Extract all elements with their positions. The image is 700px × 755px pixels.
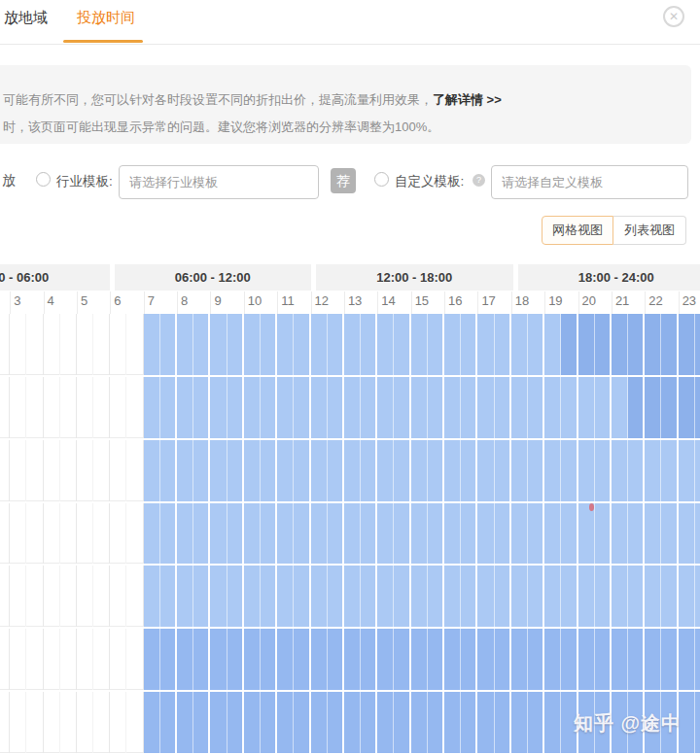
time-cell[interactable] xyxy=(528,692,544,753)
time-cell[interactable] xyxy=(695,314,700,375)
time-cell[interactable] xyxy=(561,566,578,627)
time-cell[interactable] xyxy=(679,377,695,438)
time-cell[interactable] xyxy=(0,692,10,753)
time-cell[interactable] xyxy=(10,566,26,627)
time-cell[interactable] xyxy=(361,566,377,627)
time-cell[interactable] xyxy=(612,377,628,438)
time-cell[interactable] xyxy=(44,503,60,565)
time-cell[interactable] xyxy=(261,566,277,627)
time-cell[interactable] xyxy=(411,566,428,627)
time-cell[interactable] xyxy=(110,692,126,753)
time-cell[interactable] xyxy=(461,314,477,375)
time-cell[interactable] xyxy=(177,629,193,690)
time-cell[interactable] xyxy=(661,503,678,565)
time-cell[interactable] xyxy=(628,629,645,690)
time-cell[interactable] xyxy=(661,314,678,375)
time-cell[interactable] xyxy=(679,440,695,501)
time-cell[interactable] xyxy=(228,314,244,375)
time-cell[interactable] xyxy=(461,503,477,565)
time-cell[interactable] xyxy=(377,566,394,627)
time-cell[interactable] xyxy=(394,440,410,501)
time-cell[interactable] xyxy=(661,377,678,438)
time-cell[interactable] xyxy=(126,692,143,753)
time-cell[interactable] xyxy=(361,314,377,375)
time-cell[interactable] xyxy=(394,314,410,375)
time-cell[interactable] xyxy=(44,692,60,753)
time-cell[interactable] xyxy=(377,503,394,565)
time-cell[interactable] xyxy=(645,314,661,375)
time-cell[interactable] xyxy=(126,314,143,375)
time-cell[interactable] xyxy=(495,629,511,690)
time-cell[interactable] xyxy=(294,566,310,627)
time-cell[interactable] xyxy=(561,503,578,565)
time-cell[interactable] xyxy=(10,503,26,565)
time-cell[interactable] xyxy=(328,692,344,753)
time-cell[interactable] xyxy=(177,692,193,753)
time-cell[interactable] xyxy=(0,440,10,501)
time-cell[interactable] xyxy=(544,377,561,438)
time-cell[interactable] xyxy=(361,377,377,438)
time-cell[interactable] xyxy=(177,566,193,627)
time-cell[interactable] xyxy=(144,377,160,438)
time-cell[interactable] xyxy=(394,566,410,627)
time-cell[interactable] xyxy=(528,566,544,627)
grid-view-button[interactable]: 网格视图 xyxy=(542,216,613,245)
time-cell[interactable] xyxy=(0,629,10,690)
time-cell[interactable] xyxy=(244,314,261,375)
time-cell[interactable] xyxy=(44,566,60,627)
time-cell[interactable] xyxy=(578,629,595,690)
time-cell[interactable] xyxy=(193,692,210,753)
tab-delivery-region[interactable]: 放地域 xyxy=(4,9,48,27)
time-cell[interactable] xyxy=(612,440,628,501)
time-cell[interactable] xyxy=(595,377,612,438)
list-view-button[interactable]: 列表视图 xyxy=(613,216,686,245)
time-cell[interactable] xyxy=(511,314,528,375)
time-cell[interactable] xyxy=(60,503,77,565)
time-cell[interactable] xyxy=(311,314,328,375)
time-cell[interactable] xyxy=(277,377,294,438)
time-cell[interactable] xyxy=(26,503,43,565)
time-cell[interactable] xyxy=(93,503,110,565)
time-cell[interactable] xyxy=(695,629,700,690)
time-cell[interactable] xyxy=(578,377,595,438)
time-cell[interactable] xyxy=(244,566,261,627)
time-cell[interactable] xyxy=(244,440,261,501)
time-cell[interactable] xyxy=(228,440,244,501)
industry-template-radio[interactable] xyxy=(36,172,51,187)
time-cell[interactable] xyxy=(361,503,377,565)
time-cell[interactable] xyxy=(210,314,227,375)
time-cell[interactable] xyxy=(193,377,210,438)
time-cell[interactable] xyxy=(126,440,143,501)
time-cell[interactable] xyxy=(528,629,544,690)
time-cell[interactable] xyxy=(277,503,294,565)
time-cell[interactable] xyxy=(377,377,394,438)
time-cell[interactable] xyxy=(0,503,10,565)
time-cell[interactable] xyxy=(0,566,10,627)
time-cell[interactable] xyxy=(344,377,361,438)
time-cell[interactable] xyxy=(461,377,477,438)
close-icon[interactable]: ✕ xyxy=(663,6,684,27)
time-cell[interactable] xyxy=(344,503,361,565)
time-cell[interactable] xyxy=(428,629,444,690)
time-cell[interactable] xyxy=(110,566,126,627)
time-cell[interactable] xyxy=(377,440,394,501)
time-cell[interactable] xyxy=(394,503,410,565)
time-cell[interactable] xyxy=(311,503,328,565)
time-cell[interactable] xyxy=(144,314,160,375)
time-cell[interactable] xyxy=(294,377,310,438)
time-cell[interactable] xyxy=(193,314,210,375)
time-cell[interactable] xyxy=(495,566,511,627)
time-cell[interactable] xyxy=(528,314,544,375)
time-cell[interactable] xyxy=(528,440,544,501)
time-cell[interactable] xyxy=(93,440,110,501)
time-cell[interactable] xyxy=(661,629,678,690)
time-cell[interactable] xyxy=(261,314,277,375)
time-cell[interactable] xyxy=(411,440,428,501)
time-cell[interactable] xyxy=(93,377,110,438)
time-cell[interactable] xyxy=(528,503,544,565)
time-cell[interactable] xyxy=(679,566,695,627)
time-cell[interactable] xyxy=(661,566,678,627)
time-cell[interactable] xyxy=(544,692,561,753)
time-cell[interactable] xyxy=(26,629,43,690)
tab-delivery-time[interactable]: 投放时间 xyxy=(77,9,135,27)
